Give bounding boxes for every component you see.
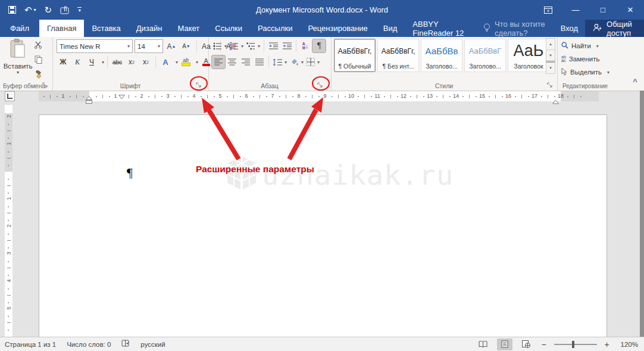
align-center-button[interactable]	[226, 55, 239, 69]
zoom-level[interactable]: 120%	[621, 341, 638, 348]
highlight-button[interactable]: ab	[179, 55, 192, 69]
paragraph-group-label: Абзац	[208, 82, 331, 89]
line-spacing-button[interactable]: ▾	[271, 55, 288, 69]
zoom-out-button[interactable]: −	[540, 340, 548, 349]
tab-file[interactable]: Файл	[0, 20, 39, 37]
word-window: ↶ ▾ ↻ ▾ Документ Microsoft Word.docx - W…	[0, 0, 644, 351]
text-effects-caret-icon[interactable]: ▾	[176, 60, 178, 65]
read-mode-button[interactable]	[476, 338, 491, 350]
select-button[interactable]: Выделить▾	[561, 66, 609, 78]
decrease-indent-button[interactable]	[267, 39, 280, 52]
ribbon-display-options-icon[interactable]	[534, 0, 562, 20]
highlight-caret-icon[interactable]: ▾	[196, 60, 198, 65]
tab-design[interactable]: Дизайн	[129, 20, 170, 37]
watermark-cube-icon	[225, 155, 258, 194]
style-heading2[interactable]: АаБбВвГ Заголово...	[464, 39, 506, 72]
word-count[interactable]: Число слов: 0	[67, 341, 111, 348]
paste-button[interactable]: Вставить ▾	[4, 39, 32, 85]
close-button[interactable]: ✕	[617, 0, 644, 20]
style-heading1[interactable]: АаБбВв Заголово...	[421, 39, 462, 72]
align-left-button[interactable]	[212, 55, 225, 69]
superscript-button[interactable]: x2	[139, 55, 152, 69]
search-icon	[561, 42, 568, 50]
group-font: Times New R▾ 14▾ А▲ А▼ Аа▾ А Ж К Ч ▾ abc…	[52, 37, 209, 91]
page-indicator[interactable]: Страница 1 из 1	[5, 341, 56, 348]
tab-selector-button[interactable]	[5, 91, 15, 101]
styles-scroll-down-icon[interactable]: ▾	[546, 49, 555, 61]
tell-me-box[interactable]: Что вы хотите сделать?	[477, 20, 554, 37]
style-normal[interactable]: АаБбВвГг, ¶ Обычный	[334, 39, 376, 72]
font-size-combo[interactable]: 14▾	[135, 39, 163, 53]
numbering-button[interactable]: ▾	[229, 39, 245, 52]
tab-abbyy-finereader[interactable]: ABBYY FineReader 12	[405, 20, 473, 37]
maximize-button[interactable]: □	[589, 0, 617, 20]
multilevel-list-button[interactable]: ▾	[245, 39, 261, 52]
styles-dialog-launcher[interactable]	[546, 82, 554, 89]
format-painter-icon[interactable]	[34, 70, 42, 81]
style-title[interactable]: АаЬ Заголовок	[508, 39, 549, 72]
tab-home[interactable]: Главная	[39, 20, 84, 37]
document-page[interactable]	[39, 114, 607, 337]
zoom-in-button[interactable]: +	[603, 340, 611, 349]
font-group-label: Шрифт	[52, 82, 208, 89]
right-indent-marker[interactable]	[552, 96, 559, 107]
web-layout-button[interactable]	[518, 338, 534, 350]
print-layout-button[interactable]	[497, 338, 512, 350]
editing-group-label: Редактирование	[557, 83, 613, 89]
align-right-button[interactable]	[239, 55, 252, 69]
tab-references[interactable]: Ссылки	[207, 20, 250, 37]
zoom-slider[interactable]	[554, 344, 597, 345]
increase-indent-button[interactable]	[280, 39, 293, 52]
tab-view[interactable]: Вид	[376, 20, 405, 37]
shading-button[interactable]: ▾	[289, 55, 305, 69]
copy-icon[interactable]	[35, 55, 42, 66]
hanging-indent-marker[interactable]	[86, 96, 92, 107]
tab-insert[interactable]: Вставка	[84, 20, 128, 37]
collapse-ribbon-icon[interactable]: ^	[630, 79, 640, 87]
italic-button[interactable]: К	[71, 55, 84, 69]
zoom-slider-thumb[interactable]	[572, 341, 574, 348]
tab-mailings[interactable]: Рассылки	[250, 20, 300, 37]
lightbulb-icon	[483, 23, 490, 34]
replace-button[interactable]: abac Заменить	[561, 53, 599, 65]
share-button[interactable]: Общий доступ	[585, 20, 644, 37]
text-effects-button[interactable]: А	[159, 55, 172, 69]
cut-icon[interactable]	[34, 41, 42, 51]
grow-font-button[interactable]: А▲	[165, 40, 178, 53]
font-name-combo[interactable]: Times New R▾	[57, 39, 133, 53]
language-indicator[interactable]: русский	[140, 341, 165, 348]
paragraph-dialog-launcher[interactable]	[317, 82, 324, 89]
justify-button[interactable]	[253, 55, 266, 69]
shrink-font-button[interactable]: А▼	[180, 40, 193, 53]
paste-label: Вставить	[4, 63, 33, 70]
sort-button[interactable]: АЯ ↓	[299, 39, 312, 52]
group-editing: Найти▾ abac Заменить Выделить▾ Редактиро…	[557, 37, 613, 91]
tab-review[interactable]: Рецензирование	[300, 20, 375, 37]
styles-gallery-more-icon[interactable]: ▾	[546, 61, 555, 74]
vertical-ruler[interactable]: 2112345	[5, 105, 12, 337]
font-dialog-launcher[interactable]	[195, 82, 202, 89]
underline-button[interactable]: Ч	[85, 55, 98, 69]
underline-caret-icon[interactable]: ▾	[102, 60, 104, 65]
bullets-button[interactable]: ▾	[212, 39, 228, 52]
subscript-button[interactable]: x2	[125, 55, 138, 69]
bold-button[interactable]: Ж	[57, 55, 70, 69]
styles-scroll-up-icon[interactable]: ▴	[546, 38, 555, 50]
style-no-spacing[interactable]: АаБбВвГг, ¶ Без инт...	[377, 39, 419, 72]
tab-layout[interactable]: Макет	[170, 20, 207, 37]
show-marks-button[interactable]: ¶	[312, 39, 326, 52]
group-styles: АаБбВвГг, ¶ Обычный АаБбВвГг, ¶ Без инт.…	[331, 37, 558, 91]
clipboard-dialog-launcher[interactable]	[42, 82, 49, 89]
paragraph-mark: ¶	[127, 165, 133, 181]
first-line-indent-marker[interactable]	[118, 91, 125, 102]
title-bar: ↶ ▾ ↻ ▾ Документ Microsoft Word.docx - W…	[0, 0, 644, 20]
select-pointer-icon	[561, 68, 567, 77]
borders-button[interactable]: ▾	[305, 55, 321, 69]
minimize-button[interactable]: —	[562, 0, 589, 20]
proofing-icon[interactable]	[121, 340, 130, 349]
strikethrough-button[interactable]: abc	[111, 55, 124, 69]
sign-in-button[interactable]: Вход	[554, 20, 585, 37]
vertical-scrollbar[interactable]	[640, 91, 644, 337]
group-clipboard: Вставить ▾ Буфер обмена	[0, 37, 53, 91]
find-button[interactable]: Найти▾	[561, 40, 599, 52]
